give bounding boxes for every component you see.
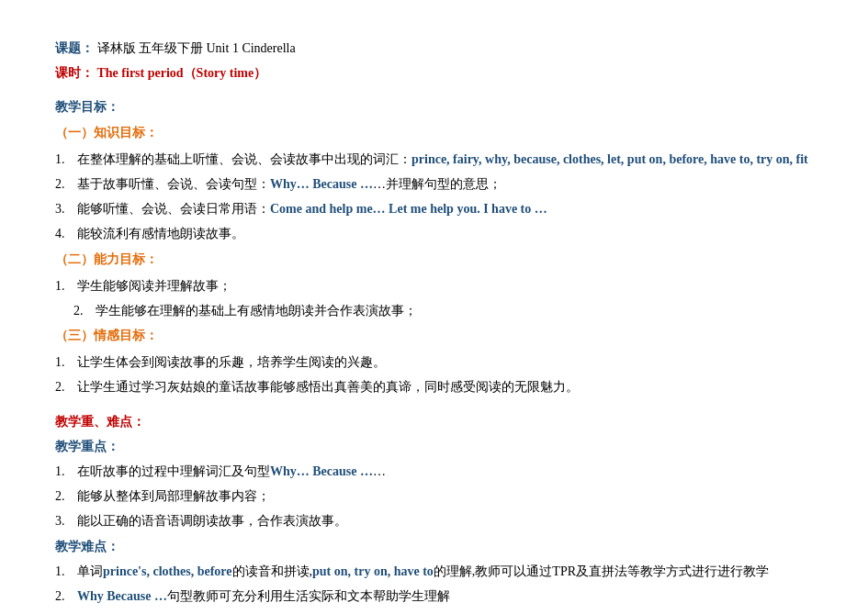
dp1-en1: prince's, clothes, before <box>103 564 232 578</box>
diff-item-1: 1. 单词prince's, clothes, before的读音和拼读,put… <box>55 560 813 583</box>
knum-2: 2. <box>55 485 73 508</box>
knowledge-subtitle: （一）知识目标： <box>55 121 813 144</box>
dp1-mid: 的读音和拼读, <box>232 564 313 578</box>
dnum-3: 3. <box>55 609 73 614</box>
enum-2: 2. <box>55 375 73 398</box>
dp1-after: 的理解,教师可以通过TPR及直拼法等教学方式进行进行教学 <box>434 564 769 578</box>
ability-subtitle: （二）能力目标： <box>55 248 813 271</box>
kp3-text: 能以正确的语音语调朗读故事，合作表演故事。 <box>77 509 347 532</box>
num-1: 1. <box>55 148 73 171</box>
dp2-before: Why Because … <box>77 589 167 603</box>
e2-text: 让学生通过学习灰姑娘的童话故事能够感悟出真善美的真谛，同时感受阅读的无限魅力。 <box>77 375 579 398</box>
a1-text: 学生能够阅读并理解故事； <box>77 274 231 297</box>
emotion-item-2: 2. 让学生通过学习灰姑娘的童话故事能够感悟出真善美的真谛，同时感受阅读的无限魅… <box>55 375 813 398</box>
k2-text-after: …并理解句型的意思； <box>373 177 502 191</box>
dp3-text: 本课故事的结构由讲述和对话构成,建议在整体理解的基础上分场景进行详细分析和描述。 <box>77 609 582 614</box>
ability-item-2: 2. 学生能够在理解的基础上有感情地朗读并合作表演故事； <box>55 299 813 322</box>
anum-2: 2. <box>73 299 92 322</box>
period-label: 课时： <box>55 66 94 80</box>
knowledge-item-3: 3. 能够听懂、会说、会读日常用语：Come and help me… Let … <box>55 197 813 220</box>
key-item-2: 2. 能够从整体到局部理解故事内容； <box>55 485 813 508</box>
kp1-after: … <box>373 464 386 478</box>
difficult-points: 教学难点： 1. 单词prince's, clothes, before的读音和… <box>55 535 813 614</box>
emotion-item-1: 1. 让学生体会到阅读故事的乐趣，培养学生阅读的兴趣。 <box>55 351 813 374</box>
ability-goals: （二）能力目标： 1. 学生能够阅读并理解故事； 2. 学生能够在理解的基础上有… <box>55 248 813 323</box>
k3-en: Come and help me… Let me help you. I hav… <box>270 202 547 216</box>
k4-text: 能较流利有感情地朗读故事。 <box>77 222 244 245</box>
teaching-key-section: 教学重、难点： 教学重点： 1. 在听故事的过程中理解词汇及句型Why… Bec… <box>55 410 813 614</box>
k1-en: prince, fairy, why, because, clothes, le… <box>411 152 808 166</box>
emotion-subtitle: （三）情感目标： <box>55 324 813 347</box>
course-header: 课题： 译林版 五年级下册 Unit 1 Cinderella 课时： The … <box>55 37 813 84</box>
teaching-key-title: 教学重、难点： <box>55 410 813 433</box>
knowledge-goals: （一）知识目标： 1. 在整体理解的基础上听懂、会说、会读故事中出现的词汇：pr… <box>55 121 813 246</box>
difficult-subtitle: 教学难点： <box>55 535 813 558</box>
k1-text-before: 在整体理解的基础上听懂、会说、会读故事中出现的词汇： <box>77 152 411 166</box>
anum-1: 1. <box>55 274 73 297</box>
enum-1: 1. <box>55 351 73 374</box>
e1-text: 让学生体会到阅读故事的乐趣，培养学生阅读的兴趣。 <box>77 351 386 374</box>
knum-1: 1. <box>55 460 73 483</box>
a2-text: 学生能够在理解的基础上有感情地朗读并合作表演故事； <box>96 299 417 322</box>
knum-3: 3. <box>55 509 73 532</box>
k3-text-before: 能够听懂、会说、会读日常用语： <box>77 202 270 216</box>
dp1-en2: put on, try on, have to <box>312 564 434 578</box>
k2-text-before: 基于故事听懂、会说、会读句型： <box>77 177 270 191</box>
num-3: 3. <box>55 197 73 220</box>
dnum-2: 2. <box>55 585 73 608</box>
kp2-text: 能够从整体到局部理解故事内容； <box>77 485 270 508</box>
key-item-1: 1. 在听故事的过程中理解词汇及句型Why… Because …… <box>55 460 813 483</box>
num-4: 4. <box>55 222 73 245</box>
period-value: The first period（Story time） <box>97 66 267 80</box>
dp2-after: 句型教师可充分利用生活实际和文本帮助学生理解 <box>167 589 450 603</box>
num-2: 2. <box>55 173 73 195</box>
key-item-3: 3. 能以正确的语音语调朗读故事，合作表演故事。 <box>55 509 813 532</box>
diff-item-3: 3. 本课故事的结构由讲述和对话构成,建议在整体理解的基础上分场景进行详细分析和… <box>55 609 813 614</box>
knowledge-item-1: 1. 在整体理解的基础上听懂、会说、会读故事中出现的词汇：prince, fai… <box>55 148 813 171</box>
teaching-goals-title: 教学目标： <box>55 95 813 118</box>
diff-item-2: 2. Why Because …句型教师可充分利用生活实际和文本帮助学生理解 <box>55 585 813 608</box>
dnum-1: 1. <box>55 560 73 583</box>
emotion-goals: （三）情感目标： 1. 让学生体会到阅读故事的乐趣，培养学生阅读的兴趣。 2. … <box>55 324 813 399</box>
teaching-goals-section: 教学目标： （一）知识目标： 1. 在整体理解的基础上听懂、会说、会读故事中出现… <box>55 95 813 398</box>
key-points: 教学重点： 1. 在听故事的过程中理解词汇及句型Why… Because …… … <box>55 435 813 533</box>
knowledge-item-4: 4. 能较流利有感情地朗读故事。 <box>55 222 813 245</box>
kp1-before: 在听故事的过程中理解词汇及句型 <box>77 464 270 478</box>
ability-item-1: 1. 学生能够阅读并理解故事； <box>55 274 813 297</box>
key-point-subtitle: 教学重点： <box>55 435 813 458</box>
knowledge-item-2: 2. 基于故事听懂、会说、会读句型：Why… Because ……并理解句型的意… <box>55 173 813 195</box>
course-value: 译林版 五年级下册 Unit 1 Cinderella <box>97 41 296 55</box>
page-content: 课题： 译林版 五年级下册 Unit 1 Cinderella 课时： The … <box>55 37 813 614</box>
course-label: 课题： <box>55 41 94 55</box>
kp1-en: Why… Because … <box>270 464 373 478</box>
k2-en: Why… Because … <box>270 177 373 191</box>
dp1-before: 单词 <box>77 564 103 578</box>
